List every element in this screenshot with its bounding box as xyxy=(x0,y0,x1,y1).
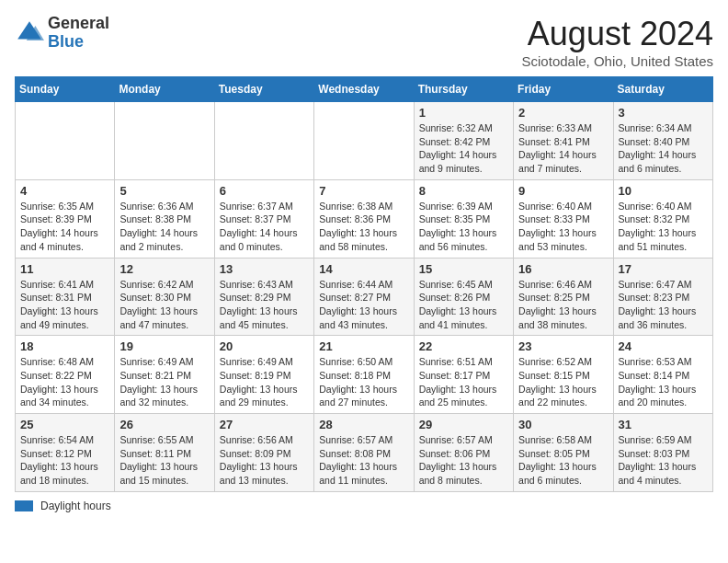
day-number: 8 xyxy=(419,184,508,198)
calendar-week-row: 11Sunrise: 6:41 AM Sunset: 8:31 PM Dayli… xyxy=(16,258,713,336)
calendar-cell: 31Sunrise: 6:59 AM Sunset: 8:03 PM Dayli… xyxy=(613,414,712,492)
logo-blue: Blue xyxy=(48,32,84,51)
calendar-cell: 22Sunrise: 6:51 AM Sunset: 8:17 PM Dayli… xyxy=(414,336,513,414)
day-number: 11 xyxy=(20,262,109,276)
day-info: Sunrise: 6:39 AM Sunset: 8:35 PM Dayligh… xyxy=(419,200,508,254)
day-info: Sunrise: 6:38 AM Sunset: 8:36 PM Dayligh… xyxy=(319,200,408,254)
day-number: 6 xyxy=(220,184,309,198)
calendar-cell: 17Sunrise: 6:47 AM Sunset: 8:23 PM Dayli… xyxy=(613,258,712,336)
day-number: 19 xyxy=(119,339,209,353)
calendar-cell: 26Sunrise: 6:55 AM Sunset: 8:11 PM Dayli… xyxy=(115,414,214,492)
day-number: 2 xyxy=(518,106,608,120)
day-number: 21 xyxy=(319,339,408,353)
day-number: 17 xyxy=(619,262,708,276)
day-info: Sunrise: 6:37 AM Sunset: 8:37 PM Dayligh… xyxy=(220,200,309,254)
day-info: Sunrise: 6:33 AM Sunset: 8:41 PM Dayligh… xyxy=(518,121,608,176)
calendar-week-row: 1Sunrise: 6:32 AM Sunset: 8:42 PM Daylig… xyxy=(16,102,713,180)
calendar-cell: 3Sunrise: 6:34 AM Sunset: 8:40 PM Daylig… xyxy=(613,102,712,180)
day-number: 15 xyxy=(419,262,508,276)
day-number: 28 xyxy=(319,418,408,431)
day-info: Sunrise: 6:34 AM Sunset: 8:40 PM Dayligh… xyxy=(619,121,708,176)
day-number: 9 xyxy=(518,184,608,198)
calendar-cell: 28Sunrise: 6:57 AM Sunset: 8:08 PM Dayli… xyxy=(314,414,414,492)
day-info: Sunrise: 6:59 AM Sunset: 8:03 PM Dayligh… xyxy=(619,433,708,488)
calendar-cell: 9Sunrise: 6:40 AM Sunset: 8:33 PM Daylig… xyxy=(514,179,613,258)
day-info: Sunrise: 6:49 AM Sunset: 8:21 PM Dayligh… xyxy=(119,355,209,409)
calendar-cell: 8Sunrise: 6:39 AM Sunset: 8:35 PM Daylig… xyxy=(414,179,513,258)
day-number: 1 xyxy=(419,106,508,120)
day-header: Sunday xyxy=(16,77,115,102)
day-number: 23 xyxy=(518,339,608,353)
day-number: 22 xyxy=(419,339,508,353)
day-number: 18 xyxy=(20,339,109,353)
day-info: Sunrise: 6:57 AM Sunset: 8:08 PM Dayligh… xyxy=(319,433,408,488)
day-number: 31 xyxy=(619,418,708,431)
calendar-cell: 24Sunrise: 6:53 AM Sunset: 8:14 PM Dayli… xyxy=(613,336,712,414)
day-number: 30 xyxy=(518,418,608,431)
day-number: 4 xyxy=(20,184,109,198)
day-header: Thursday xyxy=(414,77,513,102)
day-info: Sunrise: 6:36 AM Sunset: 8:38 PM Dayligh… xyxy=(119,200,209,254)
day-info: Sunrise: 6:47 AM Sunset: 8:23 PM Dayligh… xyxy=(619,278,708,332)
day-info: Sunrise: 6:44 AM Sunset: 8:27 PM Dayligh… xyxy=(319,278,408,332)
calendar-cell: 7Sunrise: 6:38 AM Sunset: 8:36 PM Daylig… xyxy=(314,179,414,258)
calendar-cell: 20Sunrise: 6:49 AM Sunset: 8:19 PM Dayli… xyxy=(214,336,313,414)
day-number: 5 xyxy=(119,184,209,198)
header: General Blue August 2024 Sciotodale, Ohi… xyxy=(15,15,713,69)
day-info: Sunrise: 6:52 AM Sunset: 8:15 PM Dayligh… xyxy=(518,355,608,409)
day-info: Sunrise: 6:57 AM Sunset: 8:06 PM Dayligh… xyxy=(419,433,508,488)
day-info: Sunrise: 6:41 AM Sunset: 8:31 PM Dayligh… xyxy=(20,278,109,332)
calendar-cell: 19Sunrise: 6:49 AM Sunset: 8:21 PM Dayli… xyxy=(115,336,214,414)
calendar-cell: 30Sunrise: 6:58 AM Sunset: 8:05 PM Dayli… xyxy=(514,414,613,492)
calendar-cell: 16Sunrise: 6:46 AM Sunset: 8:25 PM Dayli… xyxy=(514,258,613,336)
calendar-cell xyxy=(314,102,414,180)
calendar-cell: 1Sunrise: 6:32 AM Sunset: 8:42 PM Daylig… xyxy=(414,102,513,180)
day-info: Sunrise: 6:45 AM Sunset: 8:26 PM Dayligh… xyxy=(419,278,508,332)
legend-color-box xyxy=(15,500,33,511)
calendar-cell xyxy=(214,102,313,180)
calendar-cell: 12Sunrise: 6:42 AM Sunset: 8:30 PM Dayli… xyxy=(115,258,214,336)
location-title: Sciotodale, Ohio, United States xyxy=(522,53,713,69)
day-header: Saturday xyxy=(613,77,712,102)
day-number: 13 xyxy=(220,262,309,276)
logo-icon xyxy=(15,18,44,48)
logo-text: General Blue xyxy=(48,15,109,52)
day-number: 29 xyxy=(419,418,508,431)
day-number: 10 xyxy=(619,184,708,198)
day-info: Sunrise: 6:32 AM Sunset: 8:42 PM Dayligh… xyxy=(419,121,508,176)
calendar-cell: 10Sunrise: 6:40 AM Sunset: 8:32 PM Dayli… xyxy=(613,179,712,258)
calendar-header: SundayMondayTuesdayWednesdayThursdayFrid… xyxy=(16,77,713,102)
calendar-cell: 23Sunrise: 6:52 AM Sunset: 8:15 PM Dayli… xyxy=(514,336,613,414)
day-info: Sunrise: 6:55 AM Sunset: 8:11 PM Dayligh… xyxy=(119,433,209,488)
logo: General Blue xyxy=(15,15,109,52)
calendar: SundayMondayTuesdayWednesdayThursdayFrid… xyxy=(15,76,713,492)
day-info: Sunrise: 6:40 AM Sunset: 8:33 PM Dayligh… xyxy=(518,200,608,254)
day-info: Sunrise: 6:40 AM Sunset: 8:32 PM Dayligh… xyxy=(619,200,708,254)
day-info: Sunrise: 6:43 AM Sunset: 8:29 PM Dayligh… xyxy=(220,278,309,332)
day-number: 26 xyxy=(119,418,209,431)
day-number: 7 xyxy=(319,184,408,198)
day-info: Sunrise: 6:51 AM Sunset: 8:17 PM Dayligh… xyxy=(419,355,508,409)
calendar-cell xyxy=(16,102,115,180)
calendar-cell: 29Sunrise: 6:57 AM Sunset: 8:06 PM Dayli… xyxy=(414,414,513,492)
day-number: 27 xyxy=(220,418,309,431)
day-info: Sunrise: 6:42 AM Sunset: 8:30 PM Dayligh… xyxy=(119,278,209,332)
day-number: 25 xyxy=(20,418,109,431)
day-number: 20 xyxy=(220,339,309,353)
calendar-cell: 18Sunrise: 6:48 AM Sunset: 8:22 PM Dayli… xyxy=(16,336,115,414)
legend-label: Daylight hours xyxy=(40,500,111,512)
day-number: 3 xyxy=(619,106,708,120)
day-info: Sunrise: 6:54 AM Sunset: 8:12 PM Dayligh… xyxy=(20,433,109,488)
calendar-cell: 15Sunrise: 6:45 AM Sunset: 8:26 PM Dayli… xyxy=(414,258,513,336)
calendar-week-row: 4Sunrise: 6:35 AM Sunset: 8:39 PM Daylig… xyxy=(16,179,713,258)
day-header: Tuesday xyxy=(214,77,313,102)
day-number: 16 xyxy=(518,262,608,276)
logo-general: General xyxy=(48,14,109,32)
day-info: Sunrise: 6:35 AM Sunset: 8:39 PM Dayligh… xyxy=(20,200,109,254)
calendar-body: 1Sunrise: 6:32 AM Sunset: 8:42 PM Daylig… xyxy=(16,102,713,492)
day-info: Sunrise: 6:50 AM Sunset: 8:18 PM Dayligh… xyxy=(319,355,408,409)
day-header: Friday xyxy=(514,77,613,102)
title-area: August 2024 Sciotodale, Ohio, United Sta… xyxy=(522,15,713,69)
day-info: Sunrise: 6:46 AM Sunset: 8:25 PM Dayligh… xyxy=(518,278,608,332)
calendar-cell: 27Sunrise: 6:56 AM Sunset: 8:09 PM Dayli… xyxy=(214,414,313,492)
